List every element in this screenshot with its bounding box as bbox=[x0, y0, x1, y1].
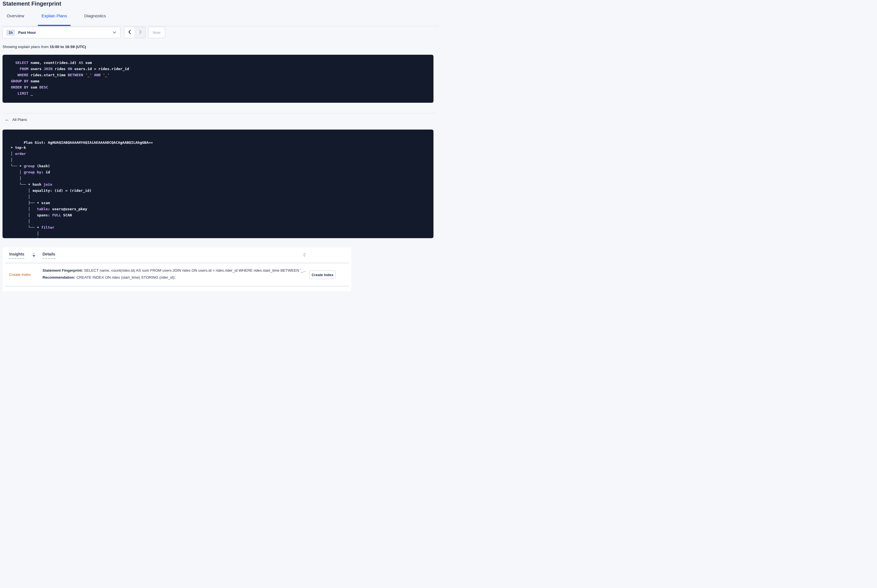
time-nav-control bbox=[124, 27, 146, 38]
tab-explain-plans[interactable]: Explain Plans bbox=[42, 14, 67, 26]
status-prefix: Showing explain plans from bbox=[3, 45, 50, 49]
plan-gist-label: Plan Gist: bbox=[24, 141, 45, 145]
tab-overview[interactable]: Overview bbox=[7, 14, 24, 26]
page-title: Statement Fingerprint bbox=[3, 0, 61, 7]
fingerprint-line: Statement Fingerprint: SELECT name, coun… bbox=[42, 268, 306, 273]
table-row-divider bbox=[5, 286, 349, 286]
now-button[interactable]: Now bbox=[148, 27, 165, 38]
sort-down-arrow-icon bbox=[32, 255, 35, 257]
time-interval-value: Past Hour bbox=[18, 30, 36, 34]
time-interval-select[interactable]: 1h Past Hour bbox=[3, 27, 120, 38]
back-to-all-plans-label: All Plans bbox=[12, 117, 27, 122]
table-header-divider bbox=[5, 263, 349, 263]
fingerprint-label: Statement Fingerprint: bbox=[42, 268, 83, 273]
tab-diagnostics[interactable]: Diagnostics bbox=[84, 14, 106, 26]
plan-gist-value: AgHUAQIABQAAAAHYAQIAiAEAAAADCQACAgAABQIL… bbox=[48, 141, 153, 145]
plan-gist: Plan Gist:AgHUAQIABQAAAAHYAQIAiAEAAAADCQ… bbox=[11, 134, 428, 140]
insights-table: Insights Details Create Index Statement … bbox=[3, 248, 351, 291]
arrow-left-icon: ← bbox=[5, 117, 9, 122]
time-interval-badge: 1h bbox=[6, 30, 15, 36]
chevron-left-icon bbox=[128, 30, 132, 36]
sort-up-arrow-icon bbox=[303, 253, 306, 254]
sort-icon-insights[interactable] bbox=[32, 253, 35, 257]
column-header-insights[interactable]: Insights bbox=[9, 252, 24, 259]
statement-fingerprint-page: Statement Fingerprint Overview Explain P… bbox=[0, 0, 438, 294]
insight-type-link[interactable]: Create Index bbox=[9, 273, 31, 277]
sql-statement-block: SELECT name, count(rides.id) AS sum FROM… bbox=[3, 55, 433, 103]
sort-icon-details[interactable] bbox=[303, 253, 306, 257]
plan-tree: • top-k│ order│└── • group (hash) │ grou… bbox=[11, 145, 428, 238]
chevron-down-icon bbox=[113, 31, 116, 34]
status-line: Showing explain plans from 15:00 to 16:5… bbox=[3, 45, 86, 49]
plan-gist-block: Plan Gist:AgHUAQIABQAAAAHYAQIAiAEAAAADCQ… bbox=[3, 129, 433, 238]
fingerprint-text: SELECT name, count(rides.id) AS sum FROM… bbox=[83, 268, 306, 273]
create-index-button[interactable]: Create Index bbox=[309, 270, 335, 279]
sort-down-arrow-icon bbox=[303, 255, 306, 257]
prev-time-button[interactable] bbox=[124, 27, 135, 38]
tabs-bar: Overview Explain Plans Diagnostics bbox=[0, 12, 438, 26]
sql-statement-code: SELECT name, count(rides.id) AS sum FROM… bbox=[11, 60, 428, 97]
tabs-divider bbox=[3, 26, 438, 26]
recommendation-line: Recommendation: CREATE INDEX ON rides (s… bbox=[42, 275, 176, 279]
next-time-button[interactable] bbox=[135, 27, 145, 38]
chevron-right-icon bbox=[138, 30, 142, 36]
recommendation-label: Recommendation: bbox=[42, 275, 75, 279]
column-header-details[interactable]: Details bbox=[42, 252, 55, 259]
recommendation-text: CREATE INDEX ON rides (start_time) STORI… bbox=[75, 275, 176, 279]
sort-up-arrow-icon bbox=[32, 253, 35, 254]
time-range: 15:00 to 16:59 (UTC) bbox=[50, 45, 86, 49]
back-to-all-plans-link[interactable]: ← All Plans bbox=[5, 117, 27, 122]
